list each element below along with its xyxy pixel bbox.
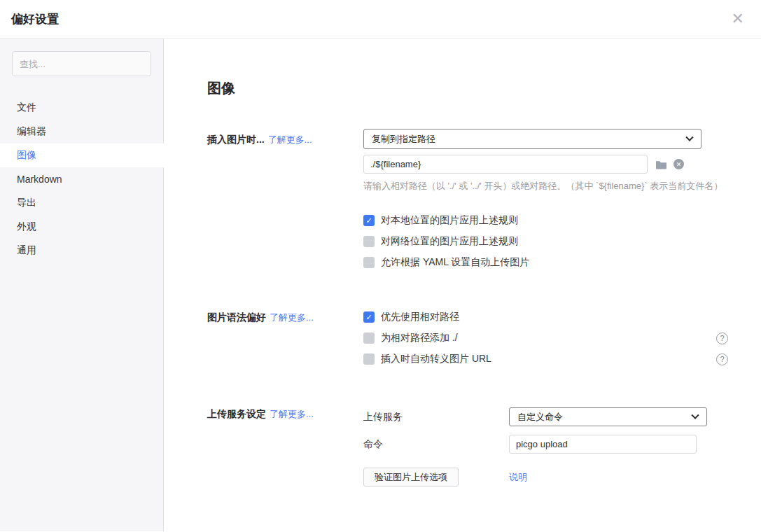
upload-learn-more-link[interactable]: 了解更多... — [270, 409, 314, 419]
sidebar-item-export[interactable]: 导出 — [0, 191, 163, 215]
sidebar-item-general[interactable]: 通用 — [0, 239, 163, 262]
checkbox-label[interactable]: 为相对路径添加 ./ — [381, 332, 458, 344]
command-label: 命令 — [363, 438, 509, 451]
upload-service-label: 上传服务 — [363, 411, 509, 424]
folder-browse-icon[interactable] — [655, 160, 667, 169]
image-syntax-section-label: 图片语法偏好 — [207, 312, 266, 323]
upload-service-select-value: 自定义命令 — [517, 411, 563, 424]
close-icon[interactable]: ✕ — [732, 11, 744, 27]
sidebar-item-editor[interactable]: 编辑器 — [0, 120, 163, 144]
escape-url-checkbox[interactable] — [363, 354, 375, 365]
checkbox-label[interactable]: 对网络位置的图片应用上述规则 — [381, 235, 518, 248]
checkbox-row-add-dot-slash: 为相对路径添加 ./ ? — [363, 332, 728, 344]
validate-row: 验证图片上传选项 说明 — [363, 468, 728, 486]
dialog-title: 偏好设置 — [11, 11, 59, 27]
relative-path-checkbox[interactable] — [363, 312, 375, 323]
validate-upload-button[interactable]: 验证图片上传选项 — [363, 468, 459, 486]
upload-service-section-label: 上传服务设定 — [207, 408, 266, 419]
sidebar-item-file[interactable]: 文件 — [0, 96, 163, 120]
insert-learn-more-link[interactable]: 了解更多... — [268, 134, 312, 145]
target-path-input[interactable] — [363, 155, 648, 174]
checkbox-row-yaml-upload: 允许根据 YAML 设置自动上传图片 — [363, 256, 728, 269]
insert-image-section-label: 插入图片时... — [207, 134, 265, 145]
upload-service-row: 上传服务 自定义命令 — [363, 407, 728, 426]
checkbox-label[interactable]: 插入时自动转义图片 URL — [381, 353, 491, 365]
sidebar: 文件 编辑器 图像 Markdown 导出 外观 通用 — [0, 38, 164, 531]
command-input[interactable] — [509, 435, 697, 454]
web-rule-checkbox[interactable] — [363, 236, 375, 247]
checkbox-row-local-rule: 对本地位置的图片应用上述规则 — [363, 214, 728, 227]
help-icon[interactable]: ? — [716, 354, 728, 365]
syntax-learn-more-link[interactable]: 了解更多... — [270, 312, 314, 323]
help-icon[interactable]: ? — [716, 332, 728, 344]
instructions-link[interactable]: 说明 — [509, 471, 527, 484]
search-input[interactable] — [12, 51, 151, 76]
insert-image-section: 插入图片时...了解更多... 复制到指定路径 ✕ 请输入相对路径（以 ' — [207, 129, 728, 277]
clear-input-icon[interactable]: ✕ — [673, 159, 684, 169]
dialog-header: 偏好设置 ✕ — [0, 0, 761, 38]
checkbox-row-relative-path: 优先使用相对路径 — [363, 311, 728, 323]
checkbox-row-web-rule: 对网络位置的图片应用上述规则 — [363, 235, 728, 248]
sidebar-item-appearance[interactable]: 外观 — [0, 215, 163, 239]
add-dot-slash-checkbox[interactable] — [363, 332, 375, 344]
sidebar-item-image[interactable]: 图像 — [0, 144, 164, 167]
chevron-down-icon — [685, 133, 693, 141]
page-title: 图像 — [207, 79, 728, 98]
settings-panel: 图像 插入图片时...了解更多... 复制到指定路径 ✕ — [164, 38, 761, 531]
upload-service-select[interactable]: 自定义命令 — [509, 407, 707, 426]
local-rule-checkbox[interactable] — [363, 215, 375, 226]
chevron-down-icon — [691, 411, 699, 419]
sidebar-item-markdown[interactable]: Markdown — [0, 167, 163, 191]
insert-action-select-value: 复制到指定路径 — [372, 133, 435, 146]
checkbox-label[interactable]: 允许根据 YAML 设置自动上传图片 — [381, 256, 529, 269]
checkbox-label[interactable]: 优先使用相对路径 — [381, 311, 459, 323]
checkbox-label[interactable]: 对本地位置的图片应用上述规则 — [381, 214, 518, 227]
command-row: 命令 — [363, 435, 728, 454]
checkbox-row-escape-url: 插入时自动转义图片 URL ? — [363, 353, 728, 365]
image-syntax-section: 图片语法偏好了解更多... 优先使用相对路径 为相对路径添加 ./ ? 插入时自… — [207, 311, 728, 374]
insert-action-select[interactable]: 复制到指定路径 — [363, 129, 701, 149]
yaml-upload-checkbox[interactable] — [363, 257, 375, 268]
upload-service-section: 上传服务设定了解更多... 上传服务 自定义命令 命令 验证图片上传选项 — [207, 407, 728, 486]
path-hint-text: 请输入相对路径（以 './' 或 '../' 开头）或绝对路径。（其中 `${f… — [363, 180, 728, 192]
